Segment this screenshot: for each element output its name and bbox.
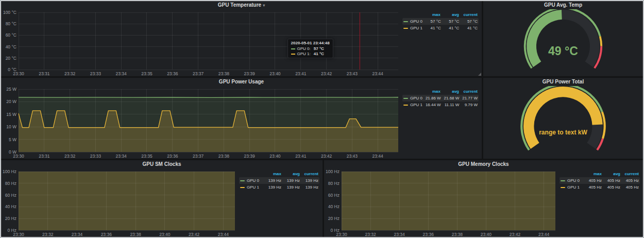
svg-text:23:44: 23:44 [538,232,550,237]
svg-text:23:43: 23:43 [347,154,358,159]
legend-value: 57 °C [441,18,460,25]
svg-text:23:40: 23:40 [481,232,492,237]
screenshot-frame: GPU Temperature▾ 0 °C20 °C40 °C60 °C80 °… [0,0,644,238]
legend-sort-current[interactable]: current [459,88,478,95]
svg-text:60 Hz: 60 Hz [328,193,340,198]
legend-sort-max[interactable]: max [583,171,602,177]
legend-value: 405 Hz [602,177,620,184]
series-swatch-icon [561,187,565,188]
svg-text:23:36: 23:36 [167,71,178,76]
legend-value: 139 Hz [281,177,300,184]
memory-clocks-plot-area[interactable]: 0 Hz20 Hz40 Hz60 Hz80 Hz100 Hz23:3023:32… [324,168,558,237]
svg-text:23:36: 23:36 [101,232,112,237]
legend-value: 139 Hz [281,184,300,191]
legend-sort-max[interactable]: max [422,11,440,18]
panel-title-text: GPU Power Usage [219,79,264,84]
legend-sort-avg[interactable]: avg [602,171,620,177]
sm-clocks-chart: 0 Hz20 Hz40 Hz60 Hz80 Hz100 Hz23:3023:32… [1,168,238,237]
power-legend: maxavgcurrentGPU 021.86 W21.68 W21.77 WG… [401,86,482,159]
memory-clocks-chart: 0 Hz20 Hz40 Hz60 Hz80 Hz100 Hz23:3023:32… [324,168,558,237]
svg-text:23:40: 23:40 [269,154,281,159]
chevron-down-icon[interactable]: ▾ [263,3,265,8]
svg-text:23:35: 23:35 [141,71,152,76]
legend-sort-avg[interactable]: avg [281,171,300,177]
legend-value: 21.68 W [441,95,460,101]
legend-value: 41 °C [441,25,460,31]
legend-value: 405 Hz [602,184,620,191]
svg-text:23:38: 23:38 [218,154,230,159]
legend-value: 9.79 W [459,101,478,108]
svg-text:100 Hz: 100 Hz [326,169,340,174]
legend-sort-max[interactable]: max [263,171,281,177]
legend-row-gpu1[interactable]: GPU 1405 Hz405 Hz405 Hz [560,184,640,191]
legend-value: 21.86 W [422,95,441,101]
panel-title-text: GPU Avg. Temp [544,2,582,8]
panel-gpu-memory-clocks: GPU Memory Clocks 0 Hz20 Hz40 Hz60 Hz80 … [324,160,643,237]
legend-sort-avg[interactable]: avg [440,11,459,18]
power-plot-area[interactable]: 0 W5 W10 W15 W20 W25 W23:3023:3123:3223:… [1,86,401,159]
series-swatch-icon [403,98,408,99]
panel-title-gpu-power-usage[interactable]: GPU Power Usage [1,78,482,86]
tooltip-timestamp: 2020-05-01 23:44:48 [291,41,330,45]
svg-text:23:40: 23:40 [159,232,171,237]
avg-temp-gauge: 49 °C [483,9,643,75]
temperature-plot-area[interactable]: 0 °C20 °C40 °C60 °C80 °C100 °C23:3023:31… [1,9,401,76]
svg-text:23:34: 23:34 [116,71,127,76]
svg-text:20 Hz: 20 Hz [5,216,16,221]
panel-title-text: GPU Memory Clocks [458,161,509,167]
svg-text:15 W: 15 W [6,112,16,117]
panel-gpu-avg-temp: GPU Avg. Temp 49 °C [483,1,643,76]
legend-row-gpu0[interactable]: GPU 0139 Hz139 Hz139 Hz [239,177,319,184]
legend-row-gpu0[interactable]: GPU 0405 Hz405 Hz405 Hz [560,177,640,184]
temperature-legend: maxavgcurrentGPU 057 °C57 °C57 °CGPU 141… [401,9,482,76]
svg-text:60 °C: 60 °C [6,32,16,38]
svg-text:23:31: 23:31 [39,154,50,159]
gauge-threshold-orange [600,36,602,46]
legend-value: 139 Hz [263,177,281,184]
svg-text:23:30: 23:30 [336,232,347,237]
svg-text:23:30: 23:30 [13,154,24,159]
legend-sort-current[interactable]: current [620,171,639,177]
legend-sort-avg[interactable]: avg [440,88,459,95]
panel-resize-handle[interactable] [478,73,481,76]
legend-row-gpu1[interactable]: GPU 116.44 W11.11 W9.79 W [402,101,479,108]
panel-title-text: GPU Power Total [543,79,584,84]
svg-text:5 W: 5 W [9,137,16,142]
legend-sort-current[interactable]: current [300,171,318,177]
legend-sort-max[interactable]: max [422,88,440,95]
svg-text:23:42: 23:42 [510,232,521,237]
panel-title-gpu-memory-clocks[interactable]: GPU Memory Clocks [324,160,643,168]
svg-text:80 Hz: 80 Hz [328,181,340,186]
panel-title-gpu-sm-clocks[interactable]: GPU SM Clocks [1,160,323,168]
legend-value: 405 Hz [583,177,602,184]
series-swatch-icon [240,187,245,188]
legend-sort-current[interactable]: current [459,11,478,18]
power-chart: 0 W5 W10 W15 W20 W25 W23:3023:3123:3223:… [1,86,401,159]
sm-clocks-plot-area[interactable]: 0 Hz20 Hz40 Hz60 Hz80 Hz100 Hz23:3023:32… [1,168,238,237]
panel-title-gpu-temperature[interactable]: GPU Temperature▾ [1,1,482,9]
memory-clocks-legend: maxavgcurrentGPU 0405 Hz405 Hz405 HzGPU … [558,168,643,237]
panel-title-gpu-power-total[interactable]: GPU Power Total [483,78,643,86]
panel-gpu-sm-clocks: GPU SM Clocks 0 Hz20 Hz40 Hz60 Hz80 Hz10… [1,160,323,237]
gauge-value-text: 49 °C [548,44,578,58]
legend-row-gpu1[interactable]: GPU 141 °C41 °C41 °C [402,25,479,31]
svg-text:60 Hz: 60 Hz [5,193,16,198]
legend-row-gpu0[interactable]: GPU 021.86 W21.68 W21.77 W [402,95,479,101]
svg-text:23:44: 23:44 [372,154,384,159]
svg-text:23:41: 23:41 [295,154,307,159]
legend-row-gpu0[interactable]: GPU 057 °C57 °C57 °C [402,18,479,25]
panel-title-gpu-avg-temp[interactable]: GPU Avg. Temp [483,1,643,9]
legend-header: maxavgcurrent [402,11,479,18]
svg-text:23:30: 23:30 [13,71,24,76]
svg-text:23:32: 23:32 [42,232,54,237]
legend-row-gpu1[interactable]: GPU 1139 Hz139 Hz139 Hz [239,184,319,191]
series-swatch-icon [403,105,408,106]
series-swatch-icon [403,28,408,29]
crosshair-tooltip: 2020-05-01 23:44:48 GPU 0: 57 °C GPU 1: … [287,39,333,58]
panel-gpu-power-usage: GPU Power Usage 0 W5 W10 W15 W20 W25 W23… [1,78,482,159]
svg-text:23:30: 23:30 [13,232,24,237]
legend-value: 21.77 W [459,95,478,101]
svg-text:23:37: 23:37 [193,71,204,76]
series-swatch-icon [240,180,245,181]
panel-gpu-temperature: GPU Temperature▾ 0 °C20 °C40 °C60 °C80 °… [1,1,482,76]
